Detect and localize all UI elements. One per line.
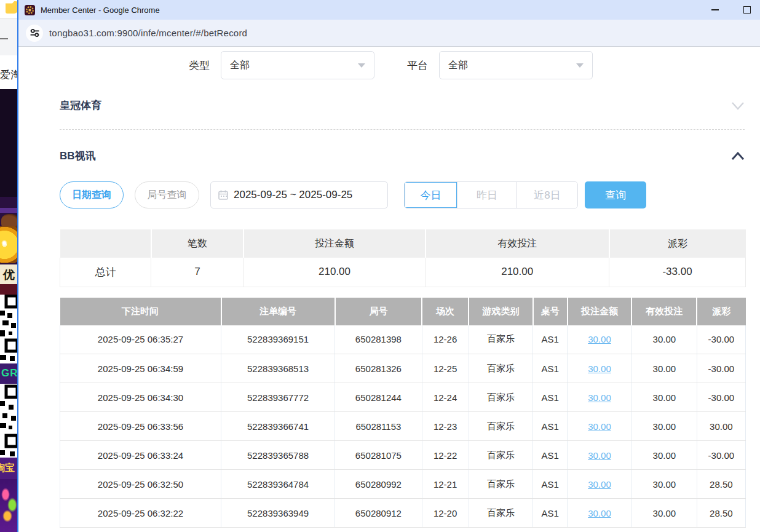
game-type-cell: 百家乐 bbox=[469, 412, 533, 441]
background-window-top bbox=[0, 0, 17, 18]
payout-cell: 30.00 bbox=[697, 412, 745, 441]
bet-amount-cell: 30.00 bbox=[568, 412, 632, 441]
header-ticket-id: 注单编号 bbox=[221, 298, 335, 325]
bet-amount-link[interactable]: 30.00 bbox=[588, 508, 611, 518]
session-cell: 12-22 bbox=[422, 441, 469, 470]
valid-bet-cell: 30.00 bbox=[631, 354, 697, 383]
site-settings-icon[interactable] bbox=[26, 25, 43, 42]
game-type-cell: 百家乐 bbox=[469, 499, 533, 528]
bet-time-cell: 2025-09-25 06:33:56 bbox=[60, 412, 221, 441]
today-button[interactable]: 今日 bbox=[405, 182, 457, 208]
bet-amount-link[interactable]: 30.00 bbox=[588, 363, 611, 374]
maroon-band bbox=[0, 284, 17, 295]
section-crown-sports[interactable]: 皇冠体育 bbox=[60, 98, 745, 113]
platform-select[interactable]: 全部 bbox=[439, 51, 593, 79]
header-valid-bet: 有效投注 bbox=[631, 298, 697, 325]
chevron-down-icon bbox=[576, 63, 584, 68]
maximize-button[interactable] bbox=[738, 1, 756, 19]
ticket-id-cell: 522839363949 bbox=[221, 499, 335, 528]
valid-bet-cell: 30.00 bbox=[631, 441, 697, 470]
figure-graphic bbox=[2, 510, 12, 522]
minimize-button[interactable] bbox=[706, 1, 724, 19]
table-no-cell: AS1 bbox=[533, 412, 568, 441]
minimize-icon bbox=[711, 9, 719, 10]
table-row: 2025-09-25 06:34:59522839368513650281326… bbox=[60, 354, 746, 383]
ticket-id-cell: 522839366741 bbox=[221, 412, 335, 441]
valid-bet-cell: 30.00 bbox=[631, 412, 697, 441]
chevron-up-icon[interactable] bbox=[731, 152, 745, 161]
window-titlebar: Member Center - Google Chrome bbox=[18, 0, 760, 20]
yesterday-button[interactable]: 昨日 bbox=[457, 182, 517, 208]
round-id-cell: 650280912 bbox=[335, 499, 422, 528]
summary-valid-bet-value: 210.00 bbox=[426, 258, 609, 287]
valid-bet-cell: 30.00 bbox=[631, 499, 697, 528]
minimize-dash-decor bbox=[0, 38, 8, 39]
header-game-type: 游戏类别 bbox=[469, 298, 533, 325]
date-range-input[interactable]: 2025-09-25 ~ 2025-09-25 bbox=[210, 181, 388, 208]
page-content: 类型 全部 平台 全部 皇冠体育 BB视讯 日期查询 bbox=[18, 47, 760, 532]
background-gold-coin-banner bbox=[0, 197, 17, 264]
summary-header-row: 笔数 投注金额 有效投注 派彩 bbox=[60, 229, 746, 258]
type-select[interactable]: 全部 bbox=[221, 51, 374, 79]
last-8-days-button[interactable]: 近8日 bbox=[517, 182, 577, 208]
chevron-down-icon bbox=[358, 63, 365, 68]
bet-table-header-row: 下注时间 注单编号 局号 场次 游戏类别 桌号 投注金额 有效投注 派彩 bbox=[60, 298, 746, 325]
section-title-bb-video: BB视讯 bbox=[60, 149, 96, 163]
maximize-icon bbox=[743, 6, 751, 14]
platform-select-value: 全部 bbox=[448, 59, 468, 72]
bet-amount-link[interactable]: 30.00 bbox=[588, 421, 611, 432]
payout-cell: 28.50 bbox=[697, 499, 745, 528]
qr-code-top bbox=[0, 295, 17, 363]
bet-amount-cell: 30.00 bbox=[568, 354, 632, 383]
bet-amount-link[interactable]: 30.00 bbox=[588, 392, 611, 403]
table-no-cell: AS1 bbox=[533, 383, 568, 412]
summary-header-count: 笔数 bbox=[151, 229, 244, 258]
url-text: tongbao31.com:9900/infe/mcenter/#/betRec… bbox=[49, 28, 247, 38]
calendar-icon bbox=[218, 190, 228, 200]
window-title: Member Center - Google Chrome bbox=[41, 6, 706, 15]
date-query-tab[interactable]: 日期查询 bbox=[60, 181, 124, 208]
bet-time-cell: 2025-09-25 06:33:24 bbox=[60, 441, 221, 470]
bet-amount-cell: 30.00 bbox=[568, 325, 632, 354]
window-controls bbox=[706, 0, 756, 20]
bet-time-cell: 2025-09-25 06:35:27 bbox=[60, 325, 221, 354]
session-cell: 12-20 bbox=[422, 499, 469, 528]
chevron-down-icon[interactable] bbox=[731, 101, 745, 110]
header-bet-amount: 投注金额 bbox=[568, 298, 632, 325]
you-label: 优 bbox=[3, 267, 15, 283]
payout-cell: -30.00 bbox=[697, 441, 745, 470]
header-session: 场次 bbox=[422, 298, 469, 325]
bet-time-cell: 2025-09-25 06:34:30 bbox=[60, 383, 221, 412]
background-figures-banner bbox=[0, 479, 17, 532]
type-label: 类型 bbox=[189, 58, 210, 73]
session-cell: 12-23 bbox=[422, 412, 469, 441]
header-payout: 派彩 bbox=[697, 298, 745, 325]
background-text-gr: GR bbox=[0, 363, 17, 384]
ticket-id-cell: 522839369151 bbox=[221, 325, 335, 354]
summary-total-row: 总计 7 210.00 210.00 -33.00 bbox=[60, 258, 746, 287]
section-divider bbox=[60, 129, 745, 130]
bet-amount-link[interactable]: 30.00 bbox=[588, 450, 611, 461]
ticket-id-cell: 522839364784 bbox=[221, 470, 335, 499]
bet-amount-link[interactable]: 30.00 bbox=[588, 334, 611, 344]
background-window-bar bbox=[0, 18, 17, 55]
header-bet-time: 下注时间 bbox=[60, 298, 221, 325]
session-cell: 12-21 bbox=[422, 470, 469, 499]
section-bb-video[interactable]: BB视讯 bbox=[60, 149, 745, 163]
search-button[interactable]: 查询 bbox=[585, 181, 646, 208]
bet-amount-link[interactable]: 30.00 bbox=[588, 479, 611, 490]
round-query-tab[interactable]: 局号查询 bbox=[135, 181, 199, 208]
address-bar[interactable]: tongbao31.com:9900/infe/mcenter/#/betRec… bbox=[18, 20, 760, 47]
type-select-value: 全部 bbox=[230, 59, 250, 72]
summary-payout-value: -33.00 bbox=[609, 258, 746, 287]
game-type-cell: 百家乐 bbox=[469, 354, 533, 383]
summary-bet-amount-value: 210.00 bbox=[243, 258, 425, 287]
table-row: 2025-09-25 06:34:30522839367772650281244… bbox=[60, 383, 746, 412]
table-row: 2025-09-25 06:32:50522839364784650280992… bbox=[60, 470, 746, 499]
summary-header-bet-amount: 投注金额 bbox=[243, 229, 425, 258]
valid-bet-cell: 30.00 bbox=[631, 470, 697, 499]
sparkle-graphic bbox=[1, 240, 7, 246]
background-text-aitao: 爱淘 bbox=[0, 55, 17, 89]
ticket-id-cell: 522839367772 bbox=[221, 383, 335, 412]
table-row: 2025-09-25 06:32:22522839363949650280912… bbox=[60, 499, 746, 528]
